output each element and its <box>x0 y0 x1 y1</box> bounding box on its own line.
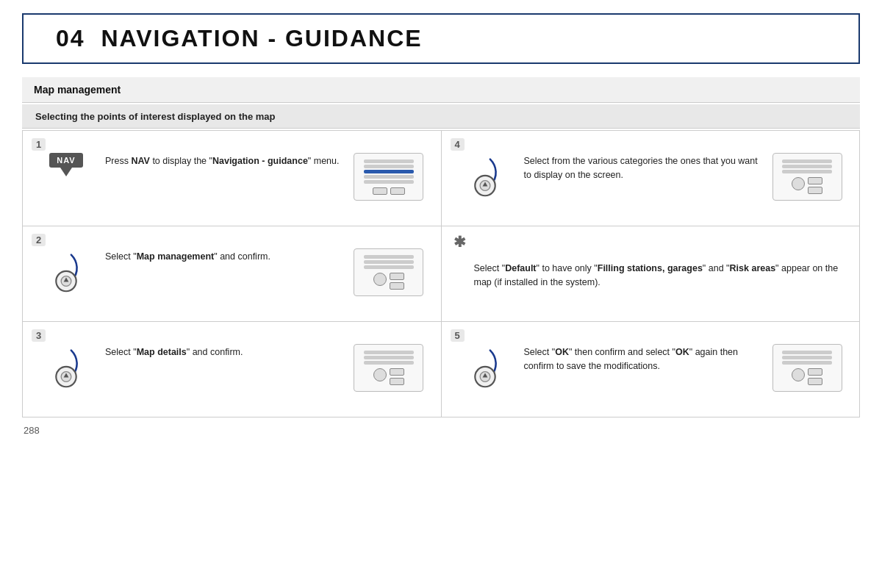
nav-btn: NAV <box>49 153 82 168</box>
dl <box>364 361 414 365</box>
step-4-device <box>767 153 847 201</box>
device-controls <box>792 368 822 385</box>
device-btn <box>390 282 404 290</box>
curved-arrow-2 <box>44 248 88 293</box>
step-2-device <box>348 248 429 296</box>
device-controls <box>792 177 822 194</box>
device-knob <box>792 368 805 381</box>
steps-grid: 1 NAV Press NAV to display the "Navigati… <box>22 130 860 417</box>
dl <box>364 180 414 184</box>
step-5-cell: 5 Select "OK" then confirm and select "O… <box>442 322 861 417</box>
dl <box>782 159 832 163</box>
device-unit-1 <box>354 153 423 201</box>
device-knob <box>373 273 387 286</box>
device-btn <box>808 378 822 385</box>
step-5-device <box>767 344 847 392</box>
page-number: 288 <box>22 425 860 436</box>
device-controls <box>373 187 405 195</box>
device-knob <box>792 177 805 190</box>
nav-button-icon: NAV <box>49 153 82 168</box>
step-1-device <box>348 153 429 201</box>
subsection-header: Selecting the points of interest display… <box>22 104 860 129</box>
step-3-cell: 3 Select "Map details" and confirm. <box>23 322 442 417</box>
dl <box>364 255 414 259</box>
dl <box>364 356 414 359</box>
device-btn <box>808 177 822 184</box>
step-5-number: 5 <box>451 329 465 342</box>
step-3-icon-area <box>33 344 99 388</box>
dl <box>364 175 414 179</box>
device-btn <box>390 368 404 376</box>
device-unit-5 <box>772 344 842 392</box>
step-2-cell: 2 Select "Map management" and confirm. <box>23 226 442 322</box>
step-1-cell: 1 NAV Press NAV to display the "Navigati… <box>23 131 442 226</box>
dl <box>782 165 832 168</box>
device-btn <box>373 187 387 195</box>
device-btn <box>808 368 822 376</box>
device-btn <box>808 187 822 194</box>
chapter-title: 04 NAVIGATION - GUIDANCE <box>41 25 423 51</box>
device-btn <box>390 378 404 385</box>
dl <box>782 356 832 359</box>
dl <box>364 351 414 354</box>
chapter-header: 04 NAVIGATION - GUIDANCE <box>22 13 860 64</box>
page-wrapper: 04 NAVIGATION - GUIDANCE Map management … <box>0 0 882 453</box>
device-controls <box>373 368 404 385</box>
device-unit-4 <box>772 153 842 201</box>
device-knob <box>373 368 387 381</box>
step-5-text: Select "OK" then confirm and select "OK"… <box>518 332 767 373</box>
step-2-icon-area <box>33 248 99 293</box>
dl <box>364 165 414 168</box>
device-unit-2 <box>354 248 423 296</box>
section-header: Map management <box>22 77 860 103</box>
chapter-number: 04 <box>56 25 85 51</box>
step-3-device <box>348 344 429 392</box>
step-4-icon-area <box>452 153 518 197</box>
step-2-text: Select "Map management" and confirm. <box>99 237 348 264</box>
step-1-number: 1 <box>32 138 46 151</box>
curved-arrow-4 <box>463 153 507 197</box>
dl-active <box>364 170 414 173</box>
curved-arrow-3 <box>44 344 88 388</box>
step-3-number: 3 <box>32 329 46 342</box>
step-4-text: Select from the various categories the o… <box>518 141 767 182</box>
device-btn <box>390 187 405 195</box>
device-btn <box>390 273 404 280</box>
dl <box>782 361 832 365</box>
step-1-text: Press NAV to display the "Navigation - g… <box>99 141 348 168</box>
dl <box>782 351 832 354</box>
step-5-icon-area <box>452 344 518 388</box>
step-2-number: 2 <box>32 234 46 246</box>
subsection-title: Selecting the points of interest display… <box>35 111 276 122</box>
dl <box>364 159 414 163</box>
step-1-icon-area: NAV <box>33 153 99 168</box>
section-title: Map management <box>34 84 121 96</box>
dl <box>364 265 414 269</box>
dl <box>782 170 832 173</box>
step-asterisk-cell: ✱ Select "Default" to have only "Filling… <box>442 226 861 322</box>
curved-arrow-5 <box>463 344 507 388</box>
step-3-text: Select "Map details" and confirm. <box>99 332 348 359</box>
device-controls <box>373 273 404 290</box>
step-4-cell: 4 Select from the various categories the… <box>442 131 861 226</box>
chapter-title-text: NAVIGATION - GUIDANCE <box>101 25 422 51</box>
device-unit-3 <box>354 344 423 392</box>
step-asterisk-text: Select "Default" to have only "Filling s… <box>452 259 848 290</box>
step-4-number: 4 <box>451 138 465 151</box>
step-asterisk-number: ✱ <box>449 232 470 251</box>
dl <box>364 260 414 264</box>
